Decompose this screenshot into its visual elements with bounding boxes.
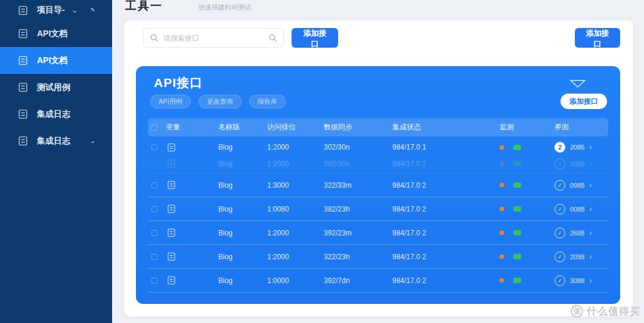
table-row: Blog1:3000322/33m984/17.0 2✓0988›: [148, 173, 608, 197]
cell-sync: 392/23m: [324, 229, 392, 237]
search-input[interactable]: [163, 34, 264, 42]
filter-tag-2[interactable]: 报告库: [249, 95, 286, 108]
monitor-orange-dot: [500, 145, 504, 150]
chevron-down-icon[interactable]: ⌄: [72, 7, 77, 14]
search-box[interactable]: [143, 28, 284, 48]
table-row: Blog1:2000302/30n984/17.0 2✓0988›: [148, 154, 608, 173]
cell-sync: 302/30n: [324, 160, 392, 168]
user-circle-icon[interactable]: ✓: [555, 275, 565, 286]
cell-port: 1:3000: [267, 181, 324, 190]
cell-status: 984/17.0 2: [392, 253, 500, 261]
row-action[interactable]: ✓2688›: [555, 228, 608, 238]
filter-tag-1[interactable]: 更改查询: [199, 95, 242, 108]
monitor-green-badge: [513, 145, 521, 150]
edit-icon[interactable]: ✎: [91, 7, 95, 14]
document-icon: [167, 228, 176, 237]
sidebar-item-0[interactable]: 项目导-⌄✎: [0, 0, 112, 20]
row-action[interactable]: ✓0088›: [555, 204, 608, 215]
cell-monitor: [500, 161, 555, 166]
chevron-right-icon: ›: [589, 160, 592, 168]
select-all-checkbox[interactable]: [151, 125, 157, 131]
search-submit-icon[interactable]: [268, 33, 277, 42]
monitor-orange-dot: [500, 183, 504, 187]
row-action[interactable]: ✓0988›: [555, 180, 608, 191]
cell-port: 1:2000: [267, 229, 324, 237]
row-action[interactable]: ✓0988›: [555, 159, 608, 169]
cell-monitor: [500, 145, 555, 150]
sidebar-item-label: 测试用例: [37, 82, 70, 93]
add-api-button[interactable]: 添加接口: [292, 28, 338, 48]
row-checkbox[interactable]: [151, 206, 157, 212]
user-circle-icon[interactable]: ✓: [555, 228, 565, 238]
test-case-icon: [18, 82, 28, 92]
monitor-green-badge: [513, 161, 521, 166]
cell-name: Blog: [218, 229, 267, 237]
cell-status: 984/17.0 2: [392, 205, 500, 213]
count-badge[interactable]: 2: [555, 142, 565, 153]
document-icon: [167, 252, 176, 261]
chevron-right-icon: ›: [589, 181, 592, 190]
monitor-orange-dot: [500, 278, 504, 282]
chevron-down-icon[interactable]: ⌄: [90, 137, 95, 145]
row-action[interactable]: ✓3088›: [555, 275, 608, 286]
monitor-orange-dot: [500, 254, 504, 259]
monitor-green-badge: [513, 254, 521, 259]
row-action[interactable]: ✓2098›: [555, 251, 608, 262]
chevron-right-icon: ›: [589, 253, 592, 261]
sidebar-item-label: 项目导-: [37, 5, 65, 15]
api-doc-icon: [18, 55, 28, 66]
panel-title: API接口: [154, 74, 203, 91]
cell-name: Blog: [218, 181, 267, 190]
row-checkbox[interactable]: [151, 182, 157, 188]
collapse-chevron-icon[interactable]: [570, 79, 586, 87]
cell-monitor: [500, 182, 555, 188]
project-icon: [18, 5, 28, 15]
column-header-1: 名称版: [218, 122, 267, 132]
cell-port: 1:0080: [267, 205, 324, 213]
page-title: 工具一: [125, 0, 163, 14]
document-icon: [167, 204, 176, 213]
monitor-orange-dot: [500, 231, 504, 235]
user-circle-icon[interactable]: ✓: [555, 180, 565, 191]
search-icon: [150, 33, 159, 42]
table-row: Blog1:2000322/23h984/17.0 2✓2098›: [148, 245, 608, 269]
row-checkbox[interactable]: [151, 278, 157, 284]
row-checkbox[interactable]: [151, 144, 157, 150]
cell-port: 1:2000: [267, 160, 324, 168]
action-label: 0988: [570, 160, 584, 167]
add-api-button-secondary[interactable]: 添加接口: [575, 28, 620, 48]
monitor-orange-dot: [500, 162, 504, 166]
page-header: 工具一 快速搭建时间测试: [125, 0, 251, 14]
document-icon: [167, 143, 176, 152]
column-header-2: 访问排位: [267, 122, 324, 132]
sidebar-item-2[interactable]: API文档: [0, 47, 112, 74]
table-row: Blog1:2000392/23m984/17.0 2✓2688›: [148, 221, 608, 245]
table-row: Blog1:0080382/23h984/17.0 2✓0088›: [148, 197, 608, 221]
cell-name: Blog: [218, 143, 267, 151]
user-circle-icon[interactable]: ✓: [555, 204, 565, 215]
document-icon: [167, 159, 176, 168]
row-checkbox[interactable]: [151, 230, 157, 236]
filter-tag-0[interactable]: API用例: [150, 95, 191, 108]
smzdm-logo-icon: 值: [571, 305, 583, 318]
row-checkbox[interactable]: [151, 161, 157, 167]
action-label: 0988: [570, 182, 584, 189]
chevron-right-icon: ›: [589, 143, 592, 151]
column-header-6: 界面: [555, 122, 608, 132]
panel-add-api-button[interactable]: 添加接口: [561, 94, 607, 109]
cell-monitor: [500, 278, 555, 283]
sidebar-item-1[interactable]: API文档: [0, 20, 112, 47]
sidebar-item-5[interactable]: 集成日志⌄: [0, 128, 112, 154]
sidebar-item-4[interactable]: 集成日志: [0, 101, 112, 128]
watermark-text: 什么值得买: [587, 305, 640, 318]
sidebar-item-label: 集成日志: [37, 109, 70, 120]
user-circle-icon[interactable]: ✓: [555, 251, 565, 262]
user-circle-icon[interactable]: ✓: [555, 159, 565, 169]
column-header-4: 集成状态: [392, 122, 500, 132]
sidebar-item-3[interactable]: 测试用例: [0, 74, 112, 101]
sidebar-item-label: 集成日志: [37, 136, 70, 147]
row-checkbox[interactable]: [151, 254, 157, 260]
cell-name: Blog: [218, 160, 267, 168]
row-action[interactable]: 22085›: [555, 142, 608, 153]
document-icon: [167, 181, 176, 190]
